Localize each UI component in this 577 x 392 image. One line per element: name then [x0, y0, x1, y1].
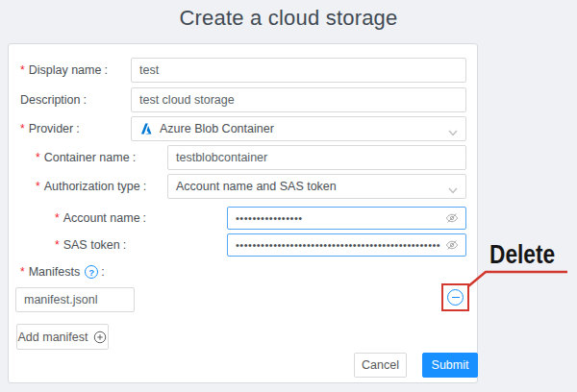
- required-mark: *: [20, 122, 25, 135]
- authorization-type-label: * Authorization type :: [36, 174, 146, 199]
- chevron-down-icon: [448, 126, 458, 139]
- container-name-label: * Container name :: [36, 145, 136, 170]
- manifests-label: * Manifests ? :: [20, 259, 105, 284]
- eye-invisible-icon[interactable]: [445, 238, 459, 252]
- description-input[interactable]: test cloud storage: [131, 87, 466, 112]
- display-name-input[interactable]: test: [131, 58, 466, 83]
- delete-annotation-label: Delete: [489, 240, 558, 270]
- required-mark: *: [55, 211, 60, 225]
- required-mark: *: [20, 265, 25, 279]
- description-label: Description :: [20, 87, 87, 112]
- question-circle-icon[interactable]: ?: [85, 265, 98, 279]
- sas-token-input[interactable]: ••••••••••••••••••••••••••••••••••••••••…: [227, 233, 466, 257]
- sas-token-label: * SAS token :: [55, 233, 126, 257]
- required-mark: *: [20, 63, 25, 77]
- provider-label: * Provider :: [20, 116, 80, 141]
- required-mark: *: [36, 151, 40, 164]
- required-mark: *: [55, 238, 60, 252]
- submit-button[interactable]: Submit: [422, 353, 478, 378]
- required-mark: *: [36, 180, 40, 193]
- account-name-label: * Account name :: [55, 207, 146, 230]
- display-name-label: * Display name :: [20, 58, 108, 83]
- create-cloud-storage-form: * Display name : test Description : test…: [8, 43, 478, 383]
- chevron-down-icon: [448, 184, 458, 197]
- azure-icon: [139, 122, 153, 135]
- cancel-button[interactable]: Cancel: [354, 353, 407, 378]
- provider-select[interactable]: Azure Blob Container: [131, 116, 466, 141]
- plus-circle-icon: [93, 331, 107, 344]
- add-manifest-button[interactable]: Add manifest: [16, 324, 109, 350]
- account-name-input[interactable]: ••••••••••••••••: [227, 207, 466, 230]
- authorization-type-select[interactable]: Account name and SAS token: [167, 174, 466, 199]
- container-name-input[interactable]: testblobcontainer: [167, 145, 466, 170]
- minus-circle-icon[interactable]: [447, 289, 464, 306]
- manifest-filename-input[interactable]: manifest.jsonl: [15, 287, 135, 312]
- page-title: Create a cloud storage: [0, 6, 577, 31]
- eye-invisible-icon[interactable]: [445, 211, 459, 225]
